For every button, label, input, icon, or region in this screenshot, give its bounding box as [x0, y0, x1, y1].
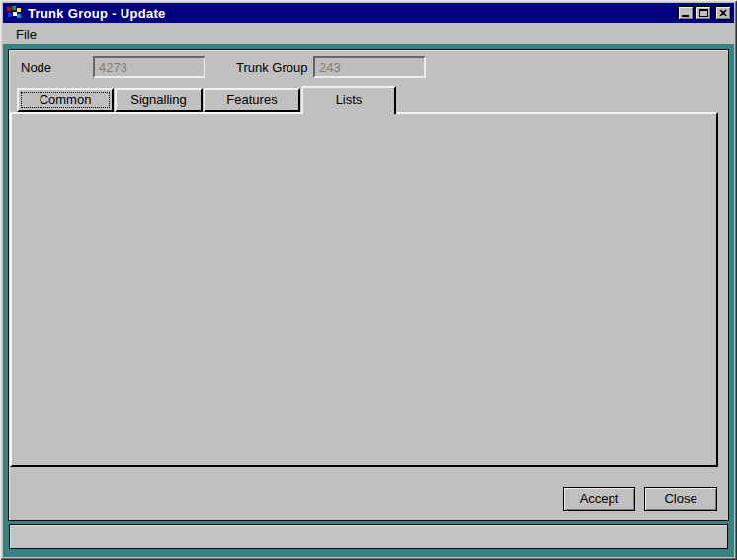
lists-tab-page [10, 112, 718, 467]
tab-features-label: Features [226, 92, 277, 107]
menu-bar: File [3, 23, 734, 44]
trunk-group-update-window: Trunk Group - Update ✕ File Node 4273 Tr… [0, 0, 737, 560]
menu-file-accel: F [16, 27, 24, 41]
tab-signalling[interactable]: Signalling [115, 88, 203, 112]
tab-features[interactable]: Features [204, 88, 300, 112]
menu-file-rest: ile [24, 27, 37, 41]
minimize-icon [682, 15, 689, 17]
tab-focus-rect [21, 92, 110, 108]
close-action-button[interactable]: Close [644, 487, 717, 511]
trunk-group-field[interactable]: 243 [313, 56, 426, 78]
window-controls: ✕ [676, 6, 731, 20]
maximize-button[interactable] [696, 6, 711, 20]
tab-lists[interactable]: Lists [301, 86, 396, 114]
close-button[interactable]: ✕ [715, 6, 731, 20]
window-title: Trunk Group - Update [28, 6, 166, 21]
tab-signalling-label: Signalling [130, 92, 186, 107]
node-field[interactable]: 4273 [93, 56, 205, 78]
title-bar[interactable]: Trunk Group - Update ✕ [3, 3, 734, 23]
app-icon [6, 6, 22, 20]
status-bar [9, 524, 728, 549]
close-icon: ✕ [716, 7, 730, 19]
minimize-button[interactable] [678, 6, 694, 20]
maximize-icon [699, 9, 708, 17]
tab-common[interactable]: Common [17, 88, 114, 112]
node-label: Node [21, 60, 51, 75]
accept-button[interactable]: Accept [563, 487, 635, 511]
tab-lists-label: Lists [336, 92, 363, 107]
menu-file[interactable]: File [12, 26, 41, 42]
trunk-group-label: Trunk Group [236, 60, 308, 75]
